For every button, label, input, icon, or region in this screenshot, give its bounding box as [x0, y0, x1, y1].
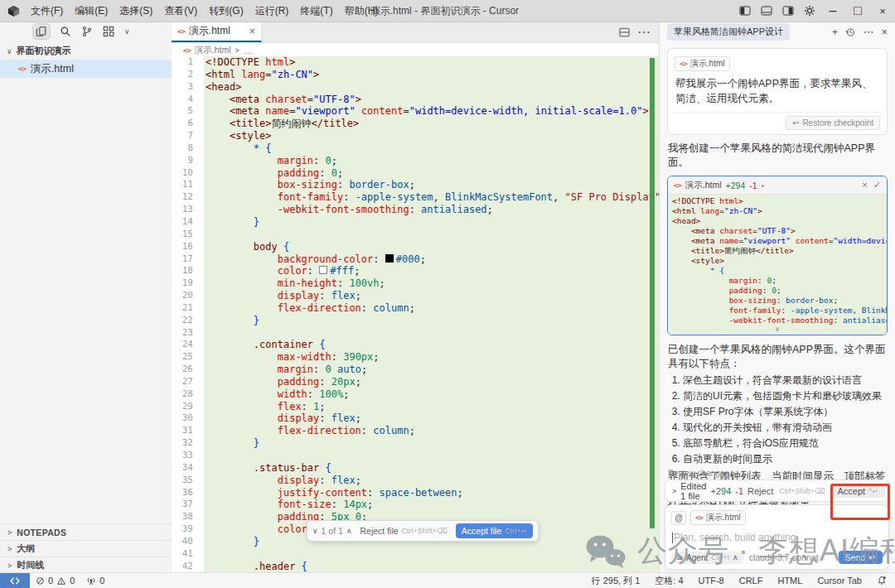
accept-file-button[interactable]: Accept file Ctrl+↵	[456, 523, 533, 538]
code-editor[interactable]: 1<!DOCTYPE html>2<html lang="zh-CN">3<he…	[172, 56, 659, 573]
assistant-summary-text: 已创建一个苹果风格的闹钟APP界面。这个界面具有以下特点：	[668, 343, 887, 371]
html-file-icon: <>	[680, 60, 687, 68]
menu-item[interactable]: 终端(T)	[294, 4, 338, 18]
more-actions-icon[interactable]: ⋯	[637, 24, 651, 40]
html-file-icon: <>	[183, 46, 191, 55]
feature-item: 简洁的UI元素，包括圆角卡片和磨砂玻璃效果	[683, 390, 888, 402]
tab-close-icon[interactable]: ×	[249, 26, 255, 37]
breadcrumb-separator-icon: >	[235, 46, 239, 55]
chat-header: 苹果风格简洁闹钟APP设计 + ⋯ ×	[660, 22, 895, 42]
toggle-left-panel-icon[interactable]	[734, 0, 756, 22]
context-file-chip[interactable]: <> 演示.html	[675, 56, 730, 71]
reject-file-button[interactable]: Reject file Ctrl+Shift+⌫	[360, 526, 447, 536]
prev-change-icon[interactable]: ∨	[312, 527, 318, 535]
chat-session-tab[interactable]: 苹果风格简洁闹钟APP设计	[667, 23, 790, 41]
reject-all-button[interactable]: Reject	[747, 486, 773, 496]
restore-checkpoint-button[interactable]: ↩ Restore checkpoint	[786, 116, 880, 130]
diff-counter: 1 of 1	[322, 526, 343, 536]
breadcrumb-more[interactable]: …	[244, 46, 253, 55]
chevron-right-icon: >	[7, 545, 12, 553]
cursor-tab-toggle[interactable]: Cursor Tab	[817, 576, 862, 586]
html-file-icon: <>	[18, 65, 26, 73]
sidebar-section-timeline[interactable]: > 时间线	[0, 557, 172, 573]
more-icon[interactable]: ⋯	[878, 469, 886, 478]
explorer-root-label: 界面初识演示	[17, 45, 71, 57]
code-card-diff[interactable]: <!DOCTYPE html><html lang="zh-CN"><head>…	[668, 195, 887, 325]
settings-gear-icon[interactable]	[799, 0, 820, 22]
breadcrumb[interactable]: <> 演示.html > …	[172, 43, 659, 57]
extensions-icon[interactable]	[103, 26, 114, 37]
ai-chat-panel: 苹果风格简洁闹钟APP设计 + ⋯ × <> 演示.html 帮我展示一个闹钟A…	[659, 22, 895, 573]
editor-actions: ⋯	[619, 22, 659, 42]
explorer-file-item[interactable]: <> 演示.html	[0, 60, 172, 78]
chevron-down-icon: ∨	[7, 47, 12, 55]
user-message-card: <> 演示.html 帮我展示一个闹钟APP界面，要求苹果风、简洁、运用现代元素…	[667, 48, 888, 135]
explorer-root-header[interactable]: ∨ 界面初识演示	[0, 41, 172, 60]
chat-input-field[interactable]: Plan, search, build anything	[672, 532, 882, 543]
problems-indicator[interactable]: 0 0	[30, 576, 80, 586]
section-label: 大纲	[17, 542, 35, 555]
remote-indicator[interactable]	[0, 573, 30, 588]
menu-item[interactable]: 转到(G)	[203, 4, 249, 18]
menu-item[interactable]: 运行(R)	[249, 4, 295, 18]
encoding[interactable]: UTF-8	[699, 576, 724, 586]
search-icon[interactable]	[60, 26, 71, 37]
feature-item: 自动更新的时间显示	[683, 453, 888, 465]
feature-item: 底部导航栏，符合iOS应用规范	[683, 437, 888, 450]
reject-keys: Ctrl+Shift+⌫	[779, 487, 825, 495]
notifications-bell-icon[interactable]	[877, 576, 887, 586]
language-mode[interactable]: HTML	[777, 576, 802, 586]
ports-indicator[interactable]: 0	[80, 576, 110, 586]
menu-item[interactable]: 查看(V)	[158, 4, 203, 18]
reject-file-keys: Ctrl+Shift+⌫	[402, 527, 448, 535]
context-file-chip[interactable]: <> 演示.html	[690, 510, 746, 525]
feature-list: 深色主题设计，符合苹果最新的设计语言简洁的UI元素，包括圆角卡片和磨砂玻璃效果使…	[668, 374, 888, 465]
diff-overview-ruler	[650, 58, 655, 528]
eol-sequence[interactable]: CRLF	[739, 576, 763, 586]
editor-tab-label: 演示.html	[189, 24, 230, 38]
toggle-right-panel-icon[interactable]	[777, 0, 799, 22]
maximize-button[interactable]: □	[845, 0, 870, 22]
source-control-icon[interactable]	[81, 26, 93, 37]
expand-code-chevron-icon[interactable]: ∨	[668, 325, 887, 335]
sidebar-section-outline[interactable]: > 大纲	[0, 540, 172, 557]
sidebar-section-notepads[interactable]: > NOTEPADS	[0, 523, 172, 540]
menu-item[interactable]: 编辑(E)	[69, 4, 114, 18]
chat-close-icon[interactable]: ×	[881, 26, 888, 38]
explorer-files-icon[interactable]	[33, 24, 50, 39]
accept-change-icon[interactable]: ✓	[873, 180, 881, 190]
activity-more-chevron-icon[interactable]: ∨	[124, 27, 130, 36]
removed-count: -1	[749, 181, 757, 190]
split-editor-icon[interactable]	[619, 27, 630, 37]
model-selector[interactable]: claude-3.7-sonnet	[749, 552, 819, 562]
text-cursor	[672, 533, 673, 543]
chat-more-icon[interactable]: ⋯	[863, 26, 873, 38]
explorer-empty-area	[0, 78, 172, 523]
menu-item[interactable]: 选择(S)	[114, 4, 158, 18]
chevron-right-icon: >	[7, 561, 12, 570]
send-button[interactable]: Send ↵	[839, 551, 883, 564]
indentation[interactable]: 空格: 4	[655, 575, 683, 587]
agent-mode-selector[interactable]: ∞ Agent Ctrl+I ∧	[671, 552, 744, 564]
review-changes-row[interactable]: Review changes ↵ ⋯	[665, 468, 889, 479]
chevron-right-icon: >	[7, 528, 12, 537]
new-chat-icon[interactable]: +	[832, 26, 839, 38]
minimize-button[interactable]: –	[820, 0, 845, 22]
reject-change-icon[interactable]: ×	[862, 180, 867, 190]
cursor-position[interactable]: 行 295, 列 1	[592, 575, 641, 587]
cursor-logo-icon	[7, 5, 20, 17]
message-actions[interactable]: ⋯	[878, 469, 886, 478]
close-window-button[interactable]: ×	[870, 0, 895, 22]
add-context-button[interactable]: @	[671, 511, 686, 525]
restore-label: Restore checkpoint	[802, 118, 873, 128]
editor-tab[interactable]: <> 演示.html ×	[172, 22, 262, 42]
toggle-bottom-panel-icon[interactable]	[756, 0, 777, 22]
title-bar: 文件(F)编辑(E)选择(S)查看(V)转到(G)运行(R)终端(T)帮助(H)…	[0, 0, 895, 22]
restore-icon: ↩	[792, 118, 799, 128]
next-change-icon[interactable]: ∧	[346, 527, 352, 535]
sidebar: ∨ ∨ 界面初识演示 <> 演示.html > NOTEPADS > 大纲 > …	[0, 22, 172, 573]
added-count: +294	[710, 486, 731, 496]
history-icon[interactable]	[845, 27, 855, 37]
menu-item[interactable]: 文件(F)	[25, 4, 69, 18]
breadcrumb-file[interactable]: 演示.html	[195, 45, 231, 56]
